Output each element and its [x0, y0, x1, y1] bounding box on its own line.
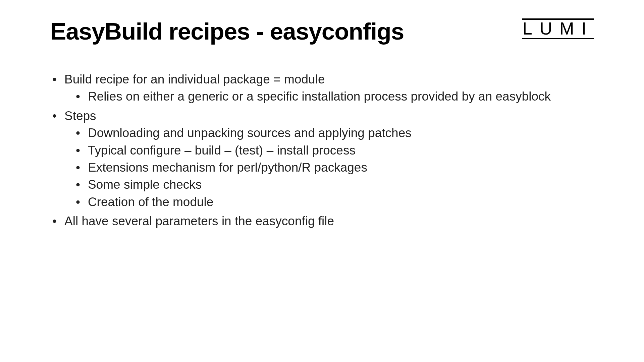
bullet-text: Steps [64, 109, 96, 123]
sub-bullet-list: Downloading and unpacking sources and ap… [64, 125, 594, 210]
sub-bullet-item: Downloading and unpacking sources and ap… [74, 125, 594, 141]
bullet-item: All have several parameters in the easyc… [50, 213, 594, 229]
sub-bullet-text: Extensions mechanism for perl/python/R p… [88, 161, 367, 174]
sub-bullet-text: Downloading and unpacking sources and ap… [88, 126, 412, 140]
sub-bullet-list: Relies on either a generic or a specific… [64, 88, 594, 104]
bullet-text: Build recipe for an individual package =… [64, 72, 325, 86]
lumi-logo: LUMI [522, 18, 594, 39]
bullet-item: Build recipe for an individual package =… [50, 71, 594, 105]
bullet-text: All have several parameters in the easyc… [64, 214, 334, 228]
header-row: EasyBuild recipes - easyconfigs LUMI [50, 18, 594, 45]
sub-bullet-text: Relies on either a generic or a specific… [88, 89, 551, 103]
bullet-list: Build recipe for an individual package =… [50, 71, 594, 229]
bullet-item: Steps Downloading and unpacking sources … [50, 108, 594, 210]
sub-bullet-text: Typical configure – build – (test) – ins… [88, 143, 356, 157]
sub-bullet-item: Extensions mechanism for perl/python/R p… [74, 160, 594, 175]
sub-bullet-item: Relies on either a generic or a specific… [74, 88, 594, 104]
sub-bullet-item: Typical configure – build – (test) – ins… [74, 142, 594, 158]
sub-bullet-text: Some simple checks [88, 178, 202, 191]
sub-bullet-item: Creation of the module [74, 194, 594, 210]
slide: EasyBuild recipes - easyconfigs LUMI Bui… [0, 0, 644, 362]
sub-bullet-item: Some simple checks [74, 177, 594, 192]
sub-bullet-text: Creation of the module [88, 195, 213, 209]
slide-title: EasyBuild recipes - easyconfigs [50, 18, 404, 45]
slide-content: Build recipe for an individual package =… [50, 71, 594, 229]
